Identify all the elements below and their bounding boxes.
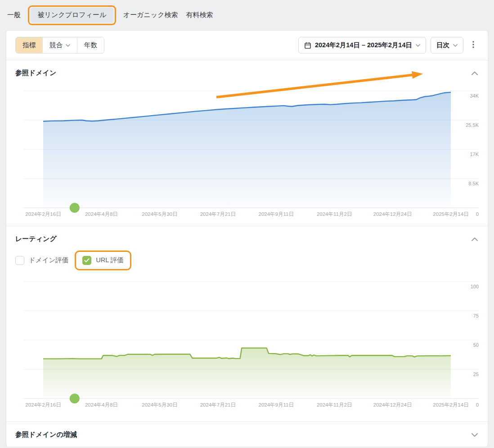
expand-growth-button[interactable] [471,430,479,439]
date-range-button[interactable]: 2024年2月14日 – 2025年2月14日 [298,37,426,54]
svg-text:2024年5月30日: 2024年5月30日 [142,211,177,217]
svg-text:2024年12月24日: 2024年12月24日 [373,402,412,408]
svg-text:2024年2月16日: 2024年2月16日 [25,211,61,217]
svg-text:100: 100 [471,284,479,289]
toolbar-right: 2024年2月14日 – 2025年2月14日 日次 [298,37,479,54]
svg-text:2024年4月8日: 2024年4月8日 [85,402,118,408]
growth-section: 参照ドメインの増減 [6,421,488,447]
chevron-down-icon [453,44,458,47]
rating-header: レーティング [15,226,479,244]
svg-text:2024年9月11日: 2024年9月11日 [258,211,293,217]
tab-general[interactable]: 一般 [6,8,22,22]
section-title-referring-domains: 参照ドメイン [15,69,56,77]
tab-paid-search[interactable]: 有料検索 [185,8,214,22]
highlight-box-url-rating: URL 評価 [75,251,131,270]
rating-chart[interactable]: 02550751002024年2月16日2024年4月8日2024年5月30日2… [15,273,479,413]
svg-text:2024年11月2日: 2024年11月2日 [317,402,352,408]
view-mode-group: 指標 競合 年数 [15,37,104,54]
svg-text:50: 50 [473,342,479,348]
metrics-button[interactable]: 指標 [16,37,43,53]
svg-text:25: 25 [473,372,479,377]
section-title-rating: レーティング [15,235,57,243]
svg-text:0: 0 [476,211,479,217]
report-tabbar: 一般 被リンクプロフィール オーガニック検索 有料検索 [0,0,494,30]
years-button[interactable]: 年数 [77,37,104,53]
url-rating-label: URL 評価 [96,256,124,264]
granularity-label: 日次 [436,41,449,49]
checkbox-checked-icon [82,256,91,265]
calendar-icon [304,42,311,49]
referring-domains-section: 参照ドメイン 08.5K17K25.5K34K2024年2月16日2024年4月… [6,60,488,226]
checkbox-unchecked-icon [15,256,24,265]
growth-header: 参照ドメインの増減 [15,422,479,440]
competitors-button[interactable]: 競合 [43,37,77,53]
referring-domains-header: 参照ドメイン [15,60,479,78]
domain-rating-label: ドメイン評価 [29,256,68,264]
report-panel: 指標 競合 年数 2024年2月14日 – 2025年2月14日 日次 [6,30,488,447]
svg-text:17K: 17K [470,152,479,157]
chevron-up-icon [472,237,478,241]
svg-text:2024年4月8日: 2024年4月8日 [85,211,118,217]
chevron-down-icon [416,44,420,47]
tab-organic-search[interactable]: オーガニック検索 [122,8,179,22]
rating-section: レーティング ドメイン評価 URL 評価 02550751002024年2月16… [6,226,488,421]
svg-text:2024年2月16日: 2024年2月16日 [25,402,61,408]
svg-text:2024年11月2日: 2024年11月2日 [317,211,352,217]
url-rating-checkbox[interactable]: URL 評価 [82,256,124,265]
tab-backlink-profile[interactable]: 被リンクプロフィール [31,8,114,22]
svg-text:8.5K: 8.5K [468,181,479,186]
svg-text:2024年7月21日: 2024年7月21日 [200,402,236,408]
svg-text:2025年2月14日: 2025年2月14日 [433,211,468,217]
referring-domains-chart[interactable]: 08.5K17K25.5K34K2024年2月16日2024年4月8日2024年… [15,82,479,222]
timeline-marker-dot[interactable] [70,203,80,213]
kebab-menu-button[interactable] [468,38,479,52]
date-range-label: 2024年2月14日 – 2025年2月14日 [315,41,412,49]
chart-toolbar: 指標 競合 年数 2024年2月14日 – 2025年2月14日 日次 [6,31,488,60]
section-title-growth: 参照ドメインの増減 [15,430,77,439]
svg-text:2024年7月21日: 2024年7月21日 [200,211,236,217]
svg-text:2024年9月11日: 2024年9月11日 [258,402,293,408]
collapse-referring-domains-button[interactable] [471,69,479,77]
svg-text:2024年5月30日: 2024年5月30日 [142,402,177,408]
rating-legend: ドメイン評価 URL 評価 [15,249,479,272]
chevron-up-icon [472,72,478,75]
svg-text:2024年12月24日: 2024年12月24日 [373,211,412,217]
domain-rating-checkbox[interactable]: ドメイン評価 [15,256,68,265]
chevron-down-icon [472,433,478,437]
svg-text:34K: 34K [470,93,479,99]
collapse-rating-button[interactable] [471,235,479,243]
kebab-menu-icon [472,41,474,48]
svg-text:2025年2月14日: 2025年2月14日 [433,402,468,408]
timeline-marker-dot[interactable] [70,394,80,403]
svg-text:75: 75 [473,313,479,318]
competitors-label: 競合 [49,41,63,49]
granularity-button[interactable]: 日次 [431,37,463,54]
svg-text:0: 0 [476,402,479,408]
chevron-down-icon [66,44,70,47]
svg-text:25.5K: 25.5K [466,122,479,128]
highlight-box-backlink-tab: 被リンクプロフィール [28,5,116,25]
